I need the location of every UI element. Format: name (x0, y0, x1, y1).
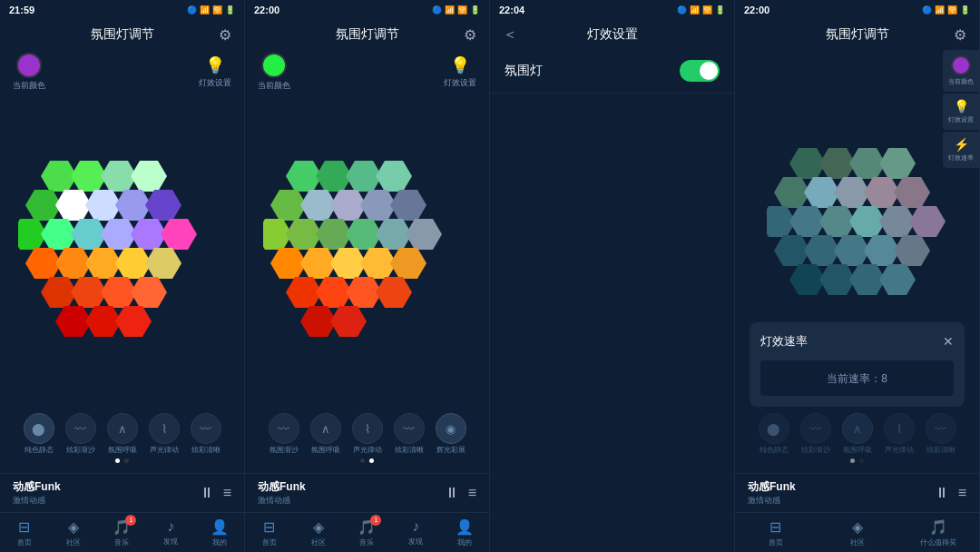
music-badge-2: 1 (370, 515, 381, 526)
color-circle-2[interactable] (261, 53, 287, 78)
nav-home-2[interactable]: ⊟ 首页 (245, 513, 294, 552)
player-controls-2: ⏸ ≡ (445, 485, 476, 501)
pause-btn-2[interactable]: ⏸ (445, 485, 459, 501)
svg-marker-41[interactable] (406, 219, 442, 250)
mode-item-sound[interactable]: ⌇ 声光律动 (148, 413, 181, 455)
light-setting-1[interactable]: 💡 灯效设置 (199, 55, 231, 89)
color-section-1[interactable]: 当前颜色 (13, 53, 45, 92)
svg-marker-52[interactable] (330, 306, 367, 337)
mode-item-4-2[interactable]: 〰 炫彩渐沙 (799, 413, 832, 455)
nav-community-2[interactable]: ◈ 社区 (294, 513, 343, 552)
nav-profile-2[interactable]: 👤 我的 (440, 513, 489, 552)
mode-icon-2[interactable]: 〰 (65, 413, 96, 444)
speed-input-box[interactable]: 当前速率：8 (760, 360, 954, 396)
mode-icon-2-1[interactable]: 〰 (269, 413, 299, 444)
mode-icon-2-2[interactable]: ∧ (310, 413, 341, 444)
settings-icon-1[interactable]: ⚙ (219, 26, 231, 44)
mode-item-2-3[interactable]: ⌇ 声光律动 (351, 413, 384, 455)
svg-marker-23[interactable] (131, 277, 167, 308)
nav-discover-1[interactable]: ♪ 发现 (146, 513, 195, 552)
svg-marker-76[interactable] (879, 264, 916, 295)
hex-grid-2[interactable] (263, 156, 472, 347)
back-icon-3[interactable]: ＜ (503, 25, 517, 44)
svg-marker-56[interactable] (879, 148, 916, 179)
nav-community-4[interactable]: ◈ 社区 (817, 513, 898, 552)
hex-grid-1[interactable] (18, 156, 227, 347)
mode-icon-4-2[interactable]: 〰 (800, 413, 831, 444)
mode-icons-row-2: 〰 氛围渐沙 ∧ 氛围呼吸 ⌇ 声光律动 〰 炫彩清晰 ◉ 辉光彩展 (260, 413, 475, 455)
svg-marker-35[interactable] (390, 190, 426, 221)
mode-scroll-4: ⬤ 纯色静态 〰 炫彩渐沙 ∧ 氛围呼吸 ⌇ 声光律动 〰 炫彩清晰 (735, 409, 979, 473)
playlist-btn-1[interactable]: ≡ (223, 485, 231, 501)
battery-icon: 🔋 (225, 5, 235, 15)
pause-btn-1[interactable]: ⏸ (200, 485, 214, 501)
nav-community-label-2: 社区 (311, 537, 326, 547)
mode-icon-3[interactable]: ∧ (107, 413, 138, 444)
nav-music-1[interactable]: 🎵 1 音乐 (98, 513, 147, 552)
settings-icon-4[interactable]: ⚙ (954, 26, 966, 44)
player-info-2: 动感Funk 激情动感 (258, 479, 437, 507)
nav-music-2[interactable]: 🎵 1 音乐 (343, 513, 392, 552)
color-section-2[interactable]: 当前颜色 (258, 53, 290, 92)
svg-marker-46[interactable] (390, 248, 426, 279)
dots-row-2 (360, 458, 374, 463)
mode-item-4-5[interactable]: 〰 炫彩清晰 (925, 413, 957, 455)
mode-item-2-5[interactable]: ◉ 辉光彩展 (435, 413, 467, 455)
mode-label-2-3: 声光律动 (353, 446, 382, 455)
mode-icon-4[interactable]: ⌇ (149, 413, 180, 444)
mode-item-static[interactable]: ⬤ 纯色静态 (23, 413, 55, 455)
mode-item-breath[interactable]: ∧ 氛围呼吸 (106, 413, 139, 455)
panel-title-4: 氛围灯调节 (826, 26, 889, 43)
panel-title-1: 氛围灯调节 (91, 26, 154, 43)
playlist-btn-4[interactable]: ≡ (958, 485, 966, 501)
mode-label-4-5: 炫彩清晰 (926, 446, 956, 455)
hex-grid-4[interactable] (767, 143, 948, 311)
pause-btn-4[interactable]: ⏸ (935, 485, 949, 501)
player-controls-4: ⏸ ≡ (935, 485, 966, 501)
svg-marker-14[interactable] (161, 219, 197, 250)
mode-icon-1[interactable]: ⬤ (24, 413, 54, 444)
svg-marker-8[interactable] (145, 190, 181, 221)
mode-item-2-1[interactable]: 〰 氛围渐沙 (268, 413, 300, 455)
mode-item-rainbow[interactable]: 〰 炫彩渐沙 (64, 413, 97, 455)
settings-icon-2[interactable]: ⚙ (464, 26, 476, 44)
nav-profile-1[interactable]: 👤 我的 (195, 513, 244, 552)
nav-discover-2[interactable]: ♪ 发现 (391, 513, 440, 552)
player-bar-4: 动感Funk 激情动感 ⏸ ≡ (735, 473, 979, 512)
svg-marker-67[interactable] (909, 206, 946, 237)
svg-marker-19[interactable] (145, 248, 181, 279)
mode-item-4-4[interactable]: ⌇ 声光律动 (883, 413, 916, 455)
mode-item-2-4[interactable]: 〰 炫彩清晰 (393, 413, 426, 455)
speed-dialog-close-btn[interactable]: ✕ (943, 334, 954, 349)
mode-item-4-1[interactable]: ⬤ 纯色静态 (758, 413, 790, 455)
mode-icon-5[interactable]: 〰 (191, 413, 221, 444)
svg-marker-72[interactable] (894, 235, 930, 266)
ambient-toggle[interactable] (680, 60, 720, 82)
mode-icon-4-1[interactable]: ⬤ (759, 413, 789, 444)
light-setting-2[interactable]: 💡 灯效设置 (444, 55, 476, 89)
svg-marker-26[interactable] (115, 306, 152, 337)
svg-marker-3[interactable] (131, 161, 167, 192)
light-label-1: 灯效设置 (199, 77, 231, 89)
mode-icon-4-5[interactable]: 〰 (926, 413, 956, 444)
discover-icon-1: ♪ (167, 518, 174, 535)
mode-item-2-2[interactable]: ∧ 氛围呼吸 (309, 413, 342, 455)
panel-2: 22:00 🔵 📶 🛜 🔋 氛围灯调节 ⚙ 当前颜色 💡 灯效设置 (245, 0, 490, 552)
nav-community-1[interactable]: ◈ 社区 (49, 513, 98, 552)
mode-icon-2-3[interactable]: ⌇ (352, 413, 383, 444)
svg-marker-30[interactable] (376, 161, 412, 192)
color-circle-1[interactable] (16, 53, 42, 78)
svg-marker-61[interactable] (894, 177, 930, 208)
mode-item-wave[interactable]: 〰 炫彩清晰 (190, 413, 222, 455)
playlist-btn-2[interactable]: ≡ (468, 485, 476, 501)
mode-icon-2-4[interactable]: 〰 (394, 413, 425, 444)
mode-item-4-3[interactable]: ∧ 氛围呼吸 (841, 413, 874, 455)
svg-marker-50[interactable] (376, 277, 412, 308)
nav-music-4[interactable]: 🎵 什么值得买 (897, 513, 979, 552)
nav-home-1[interactable]: ⊟ 首页 (0, 513, 49, 552)
nav-home-4[interactable]: ⊟ 首页 (735, 513, 817, 552)
mode-icons-row-1: ⬤ 纯色静态 〰 炫彩渐沙 ∧ 氛围呼吸 ⌇ 声光律动 〰 炫彩清晰 (15, 413, 230, 455)
mode-icon-2-5[interactable]: ◉ (436, 413, 466, 444)
mode-icon-4-3[interactable]: ∧ (842, 413, 873, 444)
mode-icon-4-4[interactable]: ⌇ (884, 413, 915, 444)
